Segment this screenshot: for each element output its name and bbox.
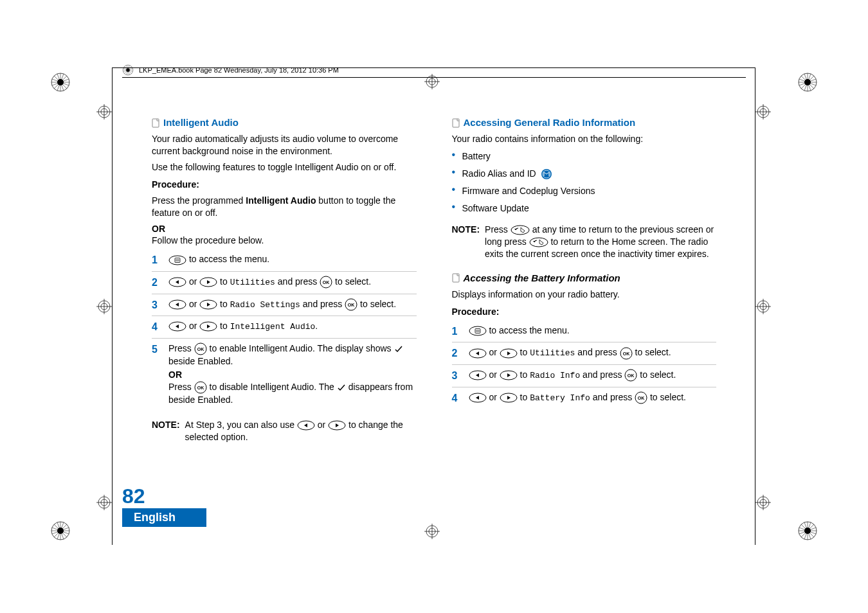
step-body: Press to enable Intelligent Audio. The d… (168, 342, 417, 406)
text-fragment: to (217, 321, 230, 331)
text-fragment: and press (590, 392, 635, 402)
text-fragment: to select. (633, 347, 671, 357)
ok-button-icon (620, 347, 633, 360)
text-fragment: Press (485, 224, 511, 235)
step-body: or to Radio Settings and press to select… (168, 298, 417, 311)
list-item-label: Battery (462, 151, 491, 161)
right-nav-icon (328, 420, 346, 431)
page-header: LKP_EMEA.book Page 82 Wednesday, July 18… (122, 64, 746, 78)
or-label: OR (152, 223, 417, 235)
step-number: 5 (152, 342, 161, 357)
page-number: 82 (122, 484, 206, 508)
color-wheel-icon (50, 520, 71, 541)
menu-button-icon (168, 255, 186, 265)
list-item: Radio Alias and ID (452, 168, 717, 180)
text-fragment: to (518, 369, 530, 380)
left-nav-icon (168, 277, 186, 287)
step-row: 1 to access the menu. (152, 249, 417, 272)
document-icon (152, 118, 159, 128)
left-nav-icon (297, 420, 315, 431)
back-button-icon (511, 225, 530, 235)
text-fragment: to select. (647, 392, 686, 402)
step-row: 4 or to Battery Info and press to select… (452, 387, 717, 409)
or-label: OR (168, 369, 417, 381)
registration-mark-icon (96, 299, 112, 314)
note-block: NOTE: At Step 3, you can also use or to … (152, 419, 417, 443)
steps-list: 1 to access the menu. 2 or to Utilities … (152, 249, 417, 410)
header-text: LKP_EMEA.book Page 82 Wednesday, July 18… (139, 66, 339, 74)
crop-line-left (112, 67, 113, 545)
step-row: 5 Press to enable Intelligent Audio. The… (152, 339, 417, 410)
left-nav-icon (469, 370, 487, 380)
registration-mark-icon (755, 104, 771, 120)
text-fragment: or (186, 321, 199, 331)
color-wheel-icon (50, 72, 71, 93)
right-nav-icon (500, 348, 518, 359)
check-icon (337, 384, 346, 391)
step-row: 3 or to Radio Info and press to select. (452, 365, 717, 387)
text-fragment: to access the menu. (186, 254, 269, 264)
section-title-intelligent-audio: Intelligent Audio (163, 116, 239, 129)
step-row: 2 or to Utilities and press to select. (152, 272, 417, 294)
section-title-general-info: Accessing General Radio Information (464, 116, 636, 129)
column-left: Intelligent Audio Your radio automatical… (122, 116, 417, 443)
step-row: 3 or to Radio Settings and press to sele… (152, 294, 417, 317)
page-content: LKP_EMEA.book Page 82 Wednesday, July 18… (122, 64, 746, 527)
right-nav-icon (199, 277, 217, 287)
body-text: Follow the procedure below. (152, 235, 417, 247)
ok-button-icon (194, 381, 207, 394)
list-item: Firmware and Codeplug Versions (452, 185, 717, 197)
menu-item-text: Radio Settings (230, 300, 300, 310)
m-badge-icon (541, 168, 552, 180)
registration-mark-icon (96, 104, 112, 120)
document-icon (452, 118, 460, 128)
check-icon (394, 345, 403, 353)
text-fragment: to (518, 392, 530, 402)
subsection-title-battery-info: Accessing the Battery Information (464, 272, 620, 285)
text-fragment: to access the menu. (487, 325, 570, 335)
language-label: English (122, 508, 206, 527)
registration-mark-icon (96, 495, 112, 510)
step-body: or to Battery Info and press to select. (469, 391, 717, 404)
list-item-label: Radio Alias and ID (462, 168, 536, 179)
text-fragment: At Step 3, you can also use (185, 420, 297, 430)
right-nav-icon (500, 370, 518, 380)
body-text: Displays information on your radio batte… (452, 289, 717, 301)
menu-item-text: Battery Info (530, 393, 590, 403)
color-wheel-icon (797, 72, 818, 93)
ok-button-icon (194, 342, 207, 355)
step-number: 2 (152, 276, 161, 290)
text-fragment: to enable Intelligent Audio. The display… (207, 343, 394, 353)
info-list: Battery Radio Alias and ID Firmware and … (452, 150, 717, 215)
left-nav-icon (168, 321, 186, 332)
page-footer: 82 English (122, 484, 206, 527)
step-row: 1 to access the menu. (452, 321, 717, 343)
color-wheel-icon (122, 64, 134, 76)
ok-button-icon (320, 276, 332, 289)
document-icon (452, 273, 460, 283)
step-row: 4 or to Intelligent Audio. (152, 316, 417, 339)
text-fragment: or (487, 392, 500, 402)
step-body: or to Utilities and press to select. (168, 276, 417, 289)
button-name-text: Intelligent Audio (246, 195, 316, 206)
note-label: NOTE: (152, 419, 180, 443)
text-fragment: beside Enabled. (168, 356, 233, 366)
body-text: Your radio contains information on the f… (452, 133, 717, 145)
step-body: to access the menu. (469, 324, 717, 337)
step-body: to access the menu. (168, 253, 417, 265)
step-number: 1 (452, 324, 461, 339)
step-number: 3 (152, 298, 161, 312)
right-nav-icon (500, 393, 518, 403)
text-fragment: to (217, 276, 230, 287)
menu-item-text: Intelligent Audio (230, 322, 316, 332)
right-nav-icon (199, 299, 217, 310)
list-item-label: Firmware and Codeplug Versions (462, 186, 595, 196)
list-item: Software Update (452, 202, 717, 215)
step-number: 4 (152, 320, 161, 334)
step-body: or to Radio Info and press to select. (469, 369, 717, 382)
step-number: 2 (452, 346, 461, 360)
color-wheel-icon (797, 520, 818, 541)
text-fragment: or (186, 276, 199, 287)
procedure-label: Procedure: (152, 179, 417, 191)
registration-mark-icon (755, 299, 771, 314)
